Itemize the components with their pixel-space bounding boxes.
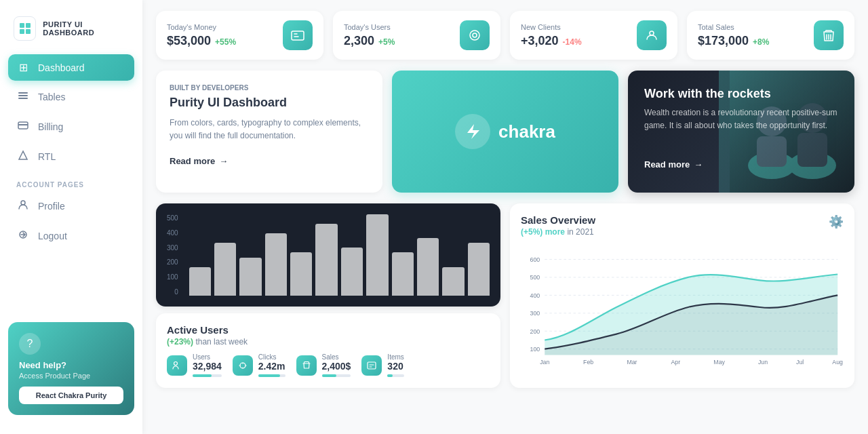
svg-text:May: May <box>713 359 725 366</box>
chart-bar <box>189 267 211 296</box>
info-card: Built by developers Purity UI Dashboard … <box>156 71 382 193</box>
help-button[interactable]: React Chakra Purity <box>19 387 123 404</box>
sidebar-item-label-billing: Billing <box>38 121 63 132</box>
items-stat-label: Items <box>387 353 403 361</box>
cards-row: Built by developers Purity UI Dashboard … <box>156 71 854 193</box>
chart-bars-area <box>189 214 490 296</box>
sidebar-item-label-dashboard: Dashboard <box>38 62 85 73</box>
active-users-title: Active Users <box>167 324 490 336</box>
sidebar-item-tables[interactable]: Tables <box>8 83 134 111</box>
svg-rect-1 <box>26 23 31 28</box>
sales-stat-info: Sales 2,400$ <box>322 353 351 377</box>
y-label-500: 500 <box>167 214 178 222</box>
clicks-stat-info: Clicks 2.42m <box>258 353 285 377</box>
sales-stat-value: 2,400$ <box>322 361 351 372</box>
chart-bar <box>392 252 414 296</box>
sidebar-logo-text: PURITY UI DASHBOARD <box>43 20 129 37</box>
active-users-chart: 500 400 300 200 100 0 <box>156 203 500 307</box>
svg-point-9 <box>21 201 25 205</box>
chart-bar <box>290 252 312 296</box>
dark-card-read-more[interactable]: Read more → <box>644 159 838 170</box>
stat-value-users: 2,300 <box>344 34 374 48</box>
svg-rect-8 <box>18 124 28 125</box>
sales-chart-svg: 600 500 400 300 200 100 Jan Feb Mar Apr … <box>521 246 844 368</box>
svg-rect-3 <box>26 29 31 34</box>
chart-bar <box>239 258 261 296</box>
active-users-section: 500 400 300 200 100 0 Active Users (+23%… <box>156 203 500 388</box>
y-label-200: 200 <box>167 258 178 266</box>
svg-text:Aug: Aug <box>832 359 843 366</box>
chart-bar <box>315 224 337 296</box>
items-stat-icon <box>361 355 382 376</box>
sidebar-item-rtl[interactable]: RTL <box>8 143 134 170</box>
stat-value-money: $53,000 <box>167 34 211 48</box>
sidebar-item-logout[interactable]: Logout <box>8 222 134 250</box>
read-more-link[interactable]: Read more → <box>170 156 369 166</box>
users-stat-value: 32,984 <box>193 361 222 372</box>
user-stat-clicks: Clicks 2.42m <box>233 353 285 377</box>
stat-change-money: +55% <box>215 37 236 47</box>
sidebar-section-account: ACCOUNT PAGES <box>8 173 134 193</box>
svg-point-21 <box>174 361 178 365</box>
sales-subtitle-rest: in 2021 <box>567 227 593 237</box>
active-users-subtitle-rest: than last week <box>195 337 248 347</box>
sidebar-item-dashboard[interactable]: ⊞ Dashboard <box>8 54 134 81</box>
logo-icon <box>14 16 36 41</box>
stat-info-sales: Total Sales $173,000 +8% <box>698 23 769 48</box>
chakra-card: chakra <box>392 71 618 193</box>
y-label-300: 300 <box>167 244 178 252</box>
stat-card-clients: New Clients +3,020 -14% <box>510 11 677 60</box>
info-card-title: Purity UI Dashboard <box>170 96 369 110</box>
stat-value-sales: $173,000 <box>698 34 749 48</box>
sidebar-logo: PURITY UI DASHBOARD <box>0 11 142 54</box>
svg-text:Jun: Jun <box>758 359 768 366</box>
dark-arrow-icon: → <box>694 159 703 170</box>
sidebar-item-profile[interactable]: Profile <box>8 193 134 220</box>
clicks-stat-label: Clicks <box>258 353 285 361</box>
svg-point-14 <box>650 31 654 35</box>
user-stat-items: Items 320 <box>361 353 403 377</box>
bottom-row: 500 400 300 200 100 0 Active Users (+23%… <box>156 203 854 388</box>
stat-icon-sales <box>814 20 844 50</box>
dashboard-icon: ⊞ <box>16 61 30 74</box>
svg-text:Mar: Mar <box>627 359 637 366</box>
stat-label-users: Today's Users <box>344 23 395 31</box>
sales-title: Sales Overview <box>521 214 595 226</box>
sales-subtitle: (+5%) more in 2021 <box>521 227 595 237</box>
dark-card: Work with the rockets Wealth creation is… <box>628 71 854 193</box>
stat-info-clients: New Clients +3,020 -14% <box>521 23 582 48</box>
svg-rect-6 <box>18 98 28 99</box>
gear-icon[interactable]: ⚙️ <box>829 214 844 229</box>
svg-text:600: 600 <box>530 256 540 263</box>
stat-change-users: +5% <box>378 37 395 47</box>
help-icon: ? <box>19 333 41 355</box>
y-label-400: 400 <box>167 229 178 237</box>
svg-text:300: 300 <box>530 310 540 317</box>
info-card-desc: From colors, cards, typography to comple… <box>170 117 369 142</box>
users-stat-icon <box>167 355 187 376</box>
help-title: Need help? <box>19 360 123 370</box>
stats-row: Today's Money $53,000 +55% Today's Users… <box>156 11 854 60</box>
chart-bar <box>366 214 388 296</box>
svg-point-12 <box>470 31 479 40</box>
sidebar-item-label-tables: Tables <box>38 92 65 102</box>
sidebar-item-billing[interactable]: Billing <box>8 113 134 140</box>
users-stat-info: Users 32,984 <box>193 353 222 377</box>
chart-bar <box>468 243 490 296</box>
items-stat-value: 320 <box>387 361 403 372</box>
svg-rect-4 <box>18 92 28 94</box>
stat-value-clients: +3,020 <box>521 34 559 48</box>
svg-text:200: 200 <box>530 328 540 335</box>
y-label-100: 100 <box>167 273 178 281</box>
stat-card-sales: Total Sales $173,000 +8% <box>687 11 854 60</box>
chakra-inner: chakra <box>455 114 555 149</box>
stat-icon-users <box>460 20 490 50</box>
sidebar: PURITY UI DASHBOARD ⊞ Dashboard Tables B… <box>0 0 142 434</box>
sidebar-help-card: ? Need help? Access Product Page React C… <box>8 322 134 415</box>
users-stat-label: Users <box>193 353 222 361</box>
stat-card-users: Today's Users 2,300 +5% <box>333 11 500 60</box>
logout-icon <box>16 229 30 243</box>
billing-icon <box>16 120 30 134</box>
stat-label-money: Today's Money <box>167 23 236 31</box>
stat-label-clients: New Clients <box>521 23 582 31</box>
